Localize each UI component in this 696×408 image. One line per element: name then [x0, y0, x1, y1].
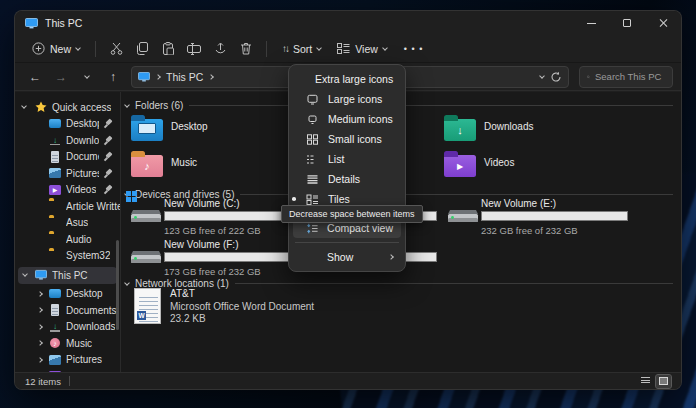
- breadcrumb-this-pc[interactable]: This PC: [166, 71, 203, 83]
- view-icon: [337, 43, 350, 54]
- sidebar-item-documents[interactable]: Documents: [15, 149, 120, 166]
- chevron-down-icon: [382, 45, 388, 51]
- sidebar-item-pc-music[interactable]: ♪ Music: [15, 335, 120, 352]
- view-button[interactable]: View: [330, 39, 394, 59]
- list-icon: [306, 154, 319, 165]
- drive-usage-bar: [481, 211, 628, 221]
- forward-button[interactable]: →: [49, 66, 73, 88]
- menu-separator: [295, 242, 399, 243]
- new-plus-icon: [32, 42, 45, 55]
- status-bar: 12 items: [15, 372, 681, 389]
- chevron-right-icon: [37, 291, 43, 297]
- menu-item-list[interactable]: List: [293, 149, 401, 169]
- breadcrumb-chevron-icon: [209, 74, 215, 80]
- maximize-button[interactable]: [609, 11, 645, 35]
- menu-item-details[interactable]: Details: [293, 169, 401, 189]
- sidebar-item-pc-pictures[interactable]: Pictures: [15, 352, 120, 369]
- close-button[interactable]: [645, 11, 681, 35]
- menu-item-label: Large icons: [328, 93, 382, 105]
- title-bar[interactable]: This PC: [15, 11, 681, 35]
- details-view-toggle-button[interactable]: [638, 375, 653, 388]
- see-more-button[interactable]: • • •: [396, 40, 431, 58]
- sidebar-item-downloads[interactable]: ↓ Downloads: [15, 132, 120, 149]
- status-divider: [69, 376, 70, 386]
- sidebar-item-quick-access[interactable]: Quick access: [15, 99, 120, 116]
- delete-button[interactable]: [234, 38, 258, 60]
- menu-item-medium-icons[interactable]: Medium icons: [293, 109, 401, 129]
- chevron-right-icon: [37, 307, 43, 313]
- sidebar-item-this-pc[interactable]: This PC: [18, 267, 117, 284]
- folder-tile-downloads[interactable]: ↓ Downloads: [444, 114, 614, 141]
- sidebar-item-label: Desktop: [66, 118, 99, 129]
- cut-button[interactable]: [104, 38, 128, 60]
- sort-button[interactable]: ↑↓ Sort: [275, 39, 328, 59]
- sidebar-item-system32[interactable]: System32: [15, 248, 120, 265]
- sidebar-item-label: Pictures: [66, 354, 102, 365]
- folder-icon: [49, 250, 61, 262]
- sidebar-item-asus[interactable]: Asus: [15, 215, 120, 232]
- sidebar-item-article-written[interactable]: Article Written: [15, 198, 120, 215]
- share-button[interactable]: [208, 38, 232, 60]
- pictures-icon: [49, 167, 61, 179]
- recent-locations-button[interactable]: [75, 66, 99, 88]
- minimize-icon: [587, 23, 596, 24]
- videos-icon: ▶: [49, 184, 61, 196]
- paste-button[interactable]: [156, 38, 180, 60]
- sidebar-item-label: Audio: [66, 234, 92, 245]
- downloads-folder-icon: ↓: [444, 119, 476, 141]
- menu-item-label: Details: [328, 173, 360, 185]
- search-icon: [587, 72, 590, 82]
- rename-button[interactable]: [182, 38, 206, 60]
- documents-icon: [49, 304, 61, 316]
- up-button[interactable]: ↑: [101, 66, 125, 88]
- sidebar-item-pc-desktop[interactable]: Desktop: [15, 286, 120, 303]
- sidebar-item-label: System32: [66, 250, 110, 261]
- menu-item-label: Compact view: [327, 222, 393, 234]
- quick-access-star-icon: [35, 101, 47, 113]
- collapse-chevron-icon: [124, 102, 130, 108]
- this-pc-icon: [35, 269, 47, 281]
- folder-tile-music[interactable]: ♪ Music: [131, 150, 301, 177]
- refresh-icon[interactable]: [550, 71, 562, 83]
- menu-item-label: List: [328, 153, 344, 165]
- search-box[interactable]: [579, 66, 673, 88]
- sidebar-item-audio[interactable]: Audio: [15, 231, 120, 248]
- menu-item-large-icons[interactable]: Large icons: [293, 89, 401, 109]
- sidebar-item-desktop[interactable]: Desktop: [15, 116, 120, 133]
- folder-tile-videos[interactable]: ▶ Videos: [444, 150, 614, 177]
- sidebar-item-pictures[interactable]: Pictures: [15, 165, 120, 182]
- copy-button[interactable]: [130, 38, 154, 60]
- drive-icon: [446, 204, 480, 224]
- details-icon: [306, 174, 319, 185]
- chevron-right-icon: [37, 324, 43, 330]
- sidebar-item-label: Downloads: [66, 321, 115, 332]
- network-item-att[interactable]: W AT&T Microsoft Office Word Document 23…: [134, 288, 314, 326]
- sidebar-item-label: This PC: [52, 270, 88, 281]
- sidebar-item-pc-downloads[interactable]: ↓ Downloads: [15, 319, 120, 336]
- sidebar-item-videos[interactable]: ▶ Videos: [15, 182, 120, 199]
- group-header-label: Folders (6): [135, 100, 183, 111]
- sidebar-item-label: Desktop: [66, 288, 103, 299]
- menu-item-small-icons[interactable]: Small icons: [293, 129, 401, 149]
- pin-icon: [104, 136, 113, 145]
- drive-name: New Volume (C:): [164, 198, 240, 209]
- minimize-button[interactable]: [573, 11, 609, 35]
- search-input[interactable]: [595, 71, 665, 82]
- menu-item-extra-large-icons[interactable]: Extra large icons: [293, 69, 401, 89]
- back-button[interactable]: ←: [23, 66, 47, 88]
- folder-tile-desktop[interactable]: Desktop: [131, 114, 301, 141]
- close-icon: [658, 18, 668, 28]
- sidebar-scrollbar[interactable]: [116, 240, 119, 330]
- menu-item-show[interactable]: Show: [293, 247, 401, 267]
- sidebar-item-pc-documents[interactable]: Documents: [15, 302, 120, 319]
- folder-tile-label: Music: [171, 157, 197, 177]
- address-dropdown-icon[interactable]: [539, 73, 545, 79]
- copy-icon: [136, 42, 148, 55]
- medium-icons-icon: [306, 114, 319, 125]
- chevron-down-icon: [21, 103, 27, 109]
- window-title: This PC: [45, 17, 82, 29]
- new-button[interactable]: New: [25, 38, 87, 59]
- chevron-down-icon: [75, 45, 81, 51]
- thumbnail-view-toggle-button[interactable]: [656, 375, 671, 388]
- folder-icon: [49, 233, 61, 245]
